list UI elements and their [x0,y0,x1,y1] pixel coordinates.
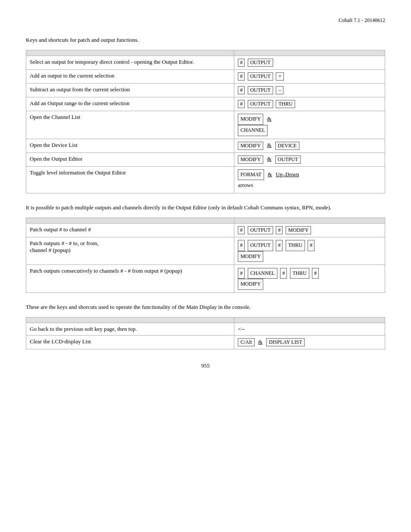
row5-keys: MODIFY & CHANNEL [234,111,385,139]
output-key: OUTPUT [248,100,273,108]
row1-desc: Select an output for temporary direct co… [26,56,234,70]
row2-desc: Patch outputs # - # to, or from,channel … [26,237,234,265]
table-row: Clear the LCD-display List C/Alt & DISPL… [26,336,385,349]
table-row: Add an output to the current selection #… [26,70,385,84]
hash-key: # [238,100,245,108]
arrow-left-symbol: <-- [238,326,245,332]
row3-desc: Subtract an output from the current sele… [26,84,234,97]
row2-desc: Clear the LCD-display List [26,336,234,349]
plus-key: + [276,72,284,81]
row2-keys: C/Alt & DISPLAY LIST [234,336,385,349]
row7-keys: MODIFY & OUTPUT [234,152,385,166]
format-key: FORMAT [238,169,264,180]
row4-keys: # OUTPUT THRU [234,97,385,111]
row1-desc: Patch output # to channel # [26,223,234,237]
row8-desc: Toggle level information the Output Edit… [26,166,234,193]
page-header: Cobalt 7.1 - 20140612 [26,17,385,24]
modify-key: MODIFY [238,114,263,125]
table3-col1-header [26,317,234,323]
row1-keys: # OUTPUT # MODIFY [234,223,385,237]
modify-key: MODIFY [238,142,263,150]
page-number: 955 [26,362,385,369]
row6-desc: Open the Device List [26,139,234,152]
row1-keys: # OUTPUT [234,56,385,70]
table1-col2-header [234,50,385,56]
channel-key: CHANNEL [238,125,268,136]
modify-key: MODIFY [286,226,311,234]
table-row: Open the Device List MODIFY & DEVICE [26,139,385,152]
hash-key: # [308,240,314,251]
hash-key: # [238,86,245,94]
modify-key: MODIFY [238,251,263,262]
hash-key: # [238,268,245,279]
modify-key: MODIFY [238,156,263,164]
thru-key: THRU [290,268,309,279]
table-row: Toggle level information the Output Edit… [26,166,385,193]
minus-key: – [276,86,283,94]
output-key: OUTPUT [248,226,273,234]
patch-output-table: Select an output for temporary direct co… [26,50,385,193]
hash-key: # [276,226,283,234]
table-row: Patch outputs consecutively to channels … [26,265,385,293]
amp-symbol: & [267,142,271,148]
output-key: OUTPUT [275,156,301,164]
section2-intro: It is possible to patch multiple outputs… [26,204,385,211]
table-row: Select an output for temporary direct co… [26,56,385,70]
version-text: Cobalt 7.1 - 20140612 [339,17,385,23]
amp-symbol: & [267,156,271,162]
amp-symbol: & [268,171,272,177]
row1-keys: <-- [234,323,385,336]
row5-desc: Open the Channel List [26,111,234,139]
channel-key: CHANNEL [248,268,277,279]
table-row: Open the Output Editor MODIFY & OUTPUT [26,152,385,166]
table2-col1-header [26,218,234,223]
updown-label: Up–Down [276,171,299,177]
row3-keys: # OUTPUT – [234,84,385,97]
row4-desc: Add an Output range to the current selec… [26,97,234,111]
output-key: OUTPUT [248,72,273,81]
table-row: Subtract an output from the current sele… [26,84,385,97]
row2-keys: # OUTPUT # THRU # MODIFY [234,237,385,265]
patch-channel-table: Patch output # to channel # # OUTPUT # M… [26,218,385,293]
displaylist-key: DISPLAY LIST [266,338,305,346]
row3-desc: Patch outputs consecutively to channels … [26,265,234,293]
section3-intro: These are the keys and shorcuts used to … [26,304,385,311]
output-key: OUTPUT [248,59,273,67]
calt-key: C/Alt [238,338,255,346]
table-row: Open the Channel List MODIFY & CHANNEL [26,111,385,139]
output-key: OUTPUT [248,240,273,251]
hash-key: # [280,268,287,279]
arrows-label: arrows [238,182,253,188]
amp-symbol: & [258,339,262,345]
device-key: DEVICE [275,142,299,150]
row8-keys: FORMAT & Up–Down arrows [234,166,385,193]
table2-col2-header [234,218,385,223]
hash-key: # [276,240,283,251]
thru-key: THRU [276,100,295,108]
main-display-table: Go back to the previous soft key page, t… [26,317,385,349]
hash-key: # [238,226,245,234]
table-row: Patch outputs # - # to, or from,channel … [26,237,385,265]
table1-col1-header [26,50,234,56]
modify-key: MODIFY [238,279,263,290]
thru-key: THRU [286,240,305,251]
row7-desc: Open the Output Editor [26,152,234,166]
hash-key: # [238,59,245,67]
row6-keys: MODIFY & DEVICE [234,139,385,152]
row2-keys: # OUTPUT + [234,70,385,84]
row1-desc: Go back to the previous soft key page, t… [26,323,234,336]
table-row: Patch output # to channel # # OUTPUT # M… [26,223,385,237]
hash-key: # [312,268,319,279]
table-row: Add an Output range to the current selec… [26,97,385,111]
section1-intro: Keys and shortcuts for patch and output … [26,37,385,44]
output-key: OUTPUT [248,86,273,94]
row3-keys: # CHANNEL # THRU # MODIFY [234,265,385,293]
table-row: Go back to the previous soft key page, t… [26,323,385,336]
hash-key: # [238,72,245,81]
row2-desc: Add an output to the current selection [26,70,234,84]
table3-col2-header [234,317,385,323]
amp-symbol: & [267,115,271,122]
hash-key: # [238,240,245,251]
